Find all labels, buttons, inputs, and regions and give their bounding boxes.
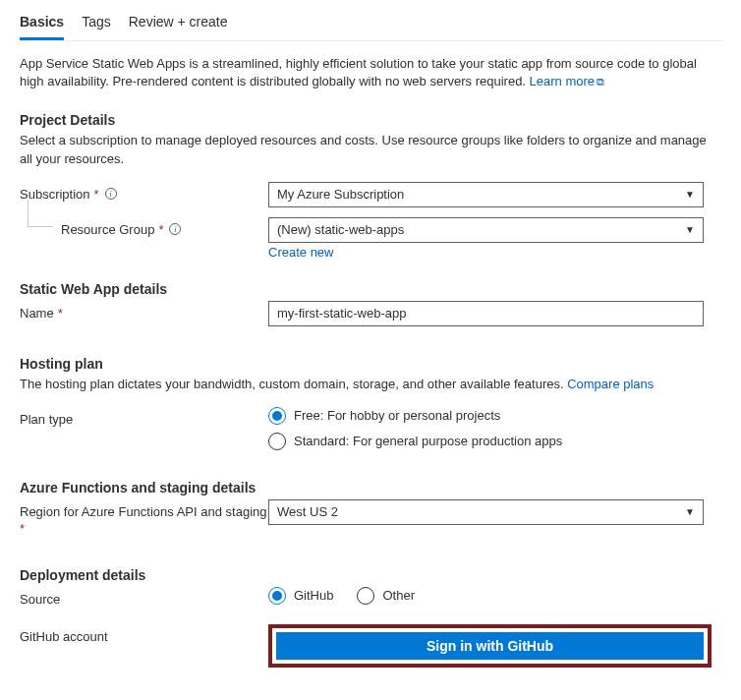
github-account-label: GitHub account (20, 624, 268, 644)
static-web-app-details-title: Static Web App details (20, 281, 721, 297)
region-label: Region for Azure Functions API and stagi… (20, 499, 268, 538)
source-label: Source (20, 587, 268, 607)
tab-tags[interactable]: Tags (82, 8, 111, 40)
name-label: Name * (20, 301, 268, 321)
source-github-radio[interactable]: GitHub (268, 587, 333, 605)
hosting-plan-title: Hosting plan (20, 356, 721, 372)
region-select[interactable]: West US 2 ▼ (268, 499, 704, 525)
chevron-down-icon: ▼ (685, 506, 695, 517)
plan-standard-radio[interactable]: Standard: For general purpose production… (268, 433, 704, 450)
highlight-annotation: Sign in with GitHub (268, 624, 712, 668)
create-new-link[interactable]: Create new (268, 245, 333, 260)
intro-text: App Service Static Web Apps is a streaml… (20, 55, 721, 90)
name-input[interactable] (268, 301, 704, 326)
radio-icon (268, 587, 286, 605)
source-other-radio[interactable]: Other (357, 587, 415, 605)
required-indicator: * (58, 306, 63, 321)
tab-bar: Basics Tags Review + create (20, 8, 721, 41)
tab-basics[interactable]: Basics (20, 8, 64, 40)
tab-review-create[interactable]: Review + create (129, 8, 228, 40)
radio-icon (268, 407, 286, 425)
resource-group-label: Resource Group * i (20, 217, 268, 237)
info-icon[interactable]: i (169, 223, 181, 235)
hosting-plan-desc: The hosting plan dictates your bandwidth… (20, 376, 721, 393)
chevron-down-icon: ▼ (685, 189, 695, 200)
radio-icon (268, 433, 286, 450)
compare-plans-link[interactable]: Compare plans (567, 377, 654, 391)
required-indicator: * (20, 521, 25, 536)
required-indicator: * (158, 222, 163, 237)
required-indicator: * (94, 187, 99, 202)
project-details-title: Project Details (20, 112, 721, 128)
chevron-down-icon: ▼ (685, 224, 695, 235)
project-details-desc: Select a subscription to manage deployed… (20, 132, 721, 167)
learn-more-link[interactable]: Learn more⧉ (530, 74, 604, 88)
subscription-label: Subscription * i (20, 182, 268, 202)
info-icon[interactable]: i (105, 188, 117, 200)
radio-icon (357, 587, 374, 605)
subscription-select[interactable]: My Azure Subscription ▼ (268, 182, 704, 207)
deployment-details-title: Deployment details (20, 567, 721, 583)
tree-connector (28, 200, 53, 227)
resource-group-select[interactable]: (New) static-web-apps ▼ (268, 217, 704, 243)
azure-functions-title: Azure Functions and staging details (20, 480, 721, 496)
sign-in-github-button[interactable]: Sign in with GitHub (276, 632, 704, 660)
external-link-icon: ⧉ (597, 76, 604, 88)
plan-type-label: Plan type (20, 407, 268, 427)
plan-free-radio[interactable]: Free: For hobby or personal projects (268, 407, 704, 425)
